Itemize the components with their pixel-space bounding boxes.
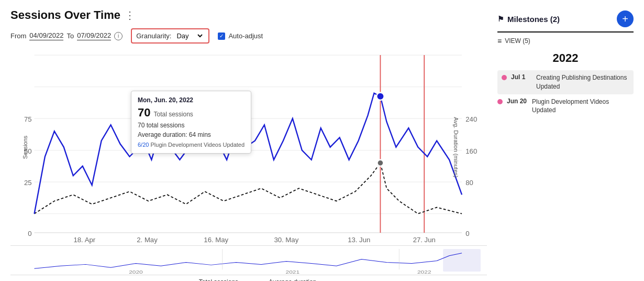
controls-row: From 04/09/2022 To 07/09/2022 i Granular… [10,28,487,44]
milestone-text-1: Creating Publishing Destinations Updated [536,73,629,91]
info-icon[interactable]: i [114,32,123,40]
svg-text:2. May: 2. May [137,236,158,244]
auto-adjust-label: Auto-adjust [228,32,263,40]
mini-navigator-chart[interactable]: 2020 2021 2022 [10,248,487,275]
svg-text:80: 80 [465,179,473,187]
milestones-header: ⚑ Milestones (2) + [497,10,634,33]
chart-area: Sessions Avg. Duration (minutes) 0 25 50 [10,49,487,281]
y-axis-right-label: Avg. Duration (minutes) [452,117,459,177]
svg-text:0: 0 [28,230,31,237]
chart-title: Sessions Over Time [10,8,120,22]
milestone-dot-2 [497,99,503,104]
view-filter-label: VIEW (5) [505,37,530,45]
year-label: 2022 [497,51,634,65]
y-axis-left-label: Sessions [22,135,28,159]
svg-text:2020: 2020 [129,269,143,275]
milestones-panel: ⚑ Milestones (2) + ≡ VIEW (5) 2022 Jul 1… [497,8,634,276]
mini-chart-svg: 2020 2021 2022 [10,248,487,275]
chart-section: Sessions Over Time ⋮ From 04/09/2022 To … [10,8,487,276]
granularity-select[interactable]: Day Week Month [174,31,204,40]
svg-rect-25 [443,249,481,272]
chart-main: Sessions Avg. Duration (minutes) 0 25 50 [10,49,487,246]
tooltip-avg: Average duration: 64 mins [138,131,245,138]
milestone-date-2: Jun 20 [507,98,528,105]
filter-icon: ≡ [497,37,502,45]
tooltip-date: Mon, Jun. 20, 2022 [138,96,245,104]
svg-text:2021: 2021 [285,269,299,275]
tooltip-milestone: 6/20 Plugin Development Videos Updated [138,142,245,148]
svg-text:2022: 2022 [417,269,431,275]
svg-text:18. Apr: 18. Apr [73,236,95,244]
tooltip-milestone-date: 6/20 [138,142,149,148]
chart-tooltip: Mon, Jun. 20, 2022 70 Total sessions 70 … [131,91,251,154]
milestone-date-1: Jul 1 [511,73,532,81]
legend-total-label: Total sessions [199,278,238,281]
chart-header: Sessions Over Time ⋮ [10,8,487,22]
svg-text:27. Jun: 27. Jun [413,236,436,244]
svg-text:30. May: 30. May [274,236,298,244]
tooltip-milestone-text: Plugin Development Videos Updated [150,142,245,148]
svg-point-18 [377,160,383,166]
svg-text:16. May: 16. May [204,236,228,244]
svg-text:75: 75 [24,115,32,123]
tooltip-detail: 70 total sessions [138,122,245,129]
from-date[interactable]: 04/09/2022 [29,31,63,40]
granularity-control: Granularity: Day Week Month [131,28,209,44]
svg-point-17 [376,93,384,101]
svg-text:160: 160 [465,147,477,155]
milestones-title-text: Milestones (2) [507,15,560,24]
date-range: From 04/09/2022 To 07/09/2022 i [10,31,123,40]
milestones-title: ⚑ Milestones (2) [497,15,560,24]
chart-legend: Total sessions Average duration [10,278,487,281]
granularity-label: Granularity: [136,32,171,40]
add-milestone-button[interactable]: + [617,10,634,27]
legend-total: Total sessions [181,278,238,281]
from-label: From [10,32,26,40]
milestone-dot-1 [502,75,507,80]
to-label: To [66,32,74,40]
svg-text:240: 240 [465,115,477,123]
svg-text:0: 0 [465,230,469,237]
legend-avg: Average duration [251,278,316,281]
auto-adjust-checkbox[interactable]: ✓ [218,33,225,40]
svg-text:13. Jun: 13. Jun [348,236,370,244]
tooltip-total-label: Total sessions [153,111,193,118]
legend-avg-label: Average duration [269,278,316,281]
tooltip-total: 70 [138,106,150,120]
milestone-item-1[interactable]: Jul 1 Creating Publishing Destinations U… [497,70,634,94]
to-date[interactable]: 07/09/2022 [77,31,111,40]
auto-adjust-control: ✓ Auto-adjust [218,32,263,40]
milestone-text-2: Plugin Development Videos Updated [532,98,634,115]
flag-icon: ⚑ [497,15,504,23]
milestone-item-2[interactable]: Jun 20 Plugin Development Videos Updated [497,94,634,118]
more-options-icon[interactable]: ⋮ [125,9,136,21]
svg-text:25: 25 [24,179,32,187]
view-filter[interactable]: ≡ VIEW (5) [497,37,634,45]
